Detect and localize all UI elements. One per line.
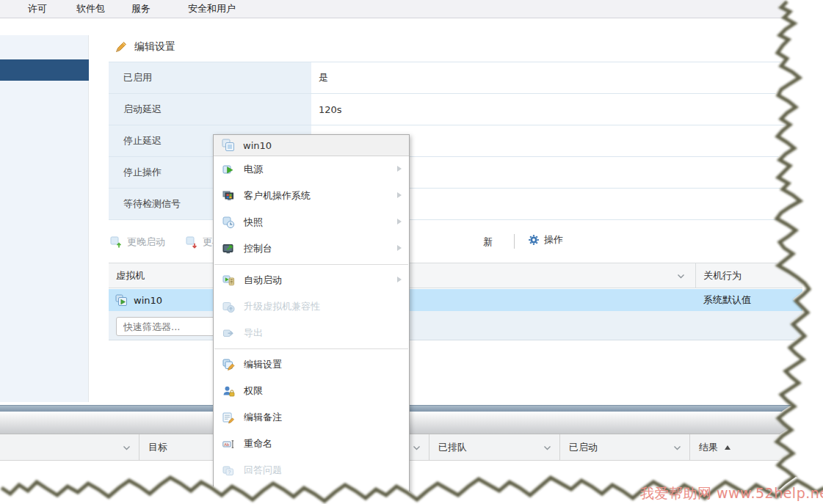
- menu-item-permissions[interactable]: 权限: [214, 378, 409, 404]
- submenu-arrow-icon: [397, 166, 402, 172]
- menu-separator: [214, 348, 408, 349]
- chevron-down-icon[interactable]: [413, 445, 421, 450]
- vm-icon: [222, 139, 235, 152]
- submenu-arrow-icon: [397, 277, 402, 282]
- menubar-item-security-users[interactable]: 安全和用户: [188, 2, 236, 15]
- menu-item-label: 导出: [244, 326, 263, 340]
- menu-item-label: 自动启动: [244, 274, 282, 287]
- start-earlier-icon: [186, 236, 198, 249]
- menu-item-label: 回答问题: [244, 464, 282, 477]
- recent-tasks-pane-header: [0, 412, 823, 434]
- menu-item-label: 编辑设置: [244, 358, 282, 371]
- menubar-item-license[interactable]: 许可: [28, 2, 47, 15]
- actions-button[interactable]: 操作: [528, 233, 563, 246]
- vm-icon: [115, 294, 128, 307]
- setting-value: 是: [311, 62, 802, 93]
- chevron-down-icon[interactable]: [677, 274, 685, 279]
- rename-icon: Ab: [222, 438, 235, 450]
- column-header-task[interactable]: [0, 434, 139, 460]
- menu-item-edit-notes[interactable]: 编辑备注: [214, 404, 409, 431]
- context-menu-title: win10: [214, 135, 409, 156]
- edit-settings-header[interactable]: 编辑设置: [115, 40, 175, 54]
- menu-item-power[interactable]: 电源: [214, 156, 409, 183]
- chevron-down-icon[interactable]: [123, 445, 131, 450]
- column-header-queued[interactable]: 已排队: [429, 434, 560, 460]
- menu-item-label: 电源: [244, 163, 263, 176]
- pane-splitter[interactable]: [0, 405, 823, 412]
- menu-item-autostart[interactable]: 自动启动: [214, 267, 409, 293]
- submenu-arrow-icon: [397, 245, 402, 251]
- column-header-started-label: 已启动: [569, 441, 598, 454]
- column-header-result[interactable]: 结果: [690, 434, 823, 460]
- menu-item-label: 编辑备注: [244, 411, 282, 424]
- pencil-icon: [115, 40, 128, 54]
- menu-item-console[interactable]: 控制台: [214, 235, 409, 262]
- setting-value: 120s: [311, 94, 802, 125]
- watermark-text: 我爱帮助网 www.52help.net: [640, 484, 823, 503]
- context-menu-vm-name: win10: [243, 140, 272, 151]
- console-icon: [222, 243, 235, 255]
- column-header-queued-label: 已排队: [438, 441, 467, 454]
- submenu-arrow-icon: [397, 219, 402, 224]
- autostart-icon: [222, 274, 235, 287]
- menu-item-answer-question: ? 回答问题: [214, 457, 409, 483]
- refresh-button[interactable]: 新: [483, 235, 493, 249]
- menu-item-label: 权限: [244, 384, 263, 398]
- permissions-icon: [222, 385, 235, 398]
- export-icon: [222, 327, 235, 340]
- vm-table-toolbar: 更晚启动 更早启动 新 操作: [0, 231, 823, 253]
- menu-item-label: 快照: [244, 216, 263, 229]
- guest-os-icon: [222, 190, 235, 202]
- setting-label: 已启用: [109, 62, 311, 93]
- actions-label: 操作: [544, 233, 563, 246]
- menu-item-label: 升级虚拟机兼容性: [244, 300, 320, 313]
- start-later-button: 更晚启动: [110, 233, 165, 251]
- top-menubar: 许可 软件包 服务 安全和用户: [0, 0, 823, 18]
- menu-item-edit-settings[interactable]: 编辑设置: [214, 351, 409, 378]
- menu-separator: [214, 264, 408, 265]
- sidebar-selected-item[interactable]: [0, 59, 89, 81]
- tasks-table-header: 目标 已排队 已启动 结果: [0, 434, 823, 461]
- gear-icon: [528, 234, 540, 246]
- edit-settings-icon: [222, 359, 235, 371]
- settings-row: 启动延迟 120s: [109, 94, 802, 125]
- column-header-started[interactable]: 已启动: [560, 434, 690, 460]
- column-header-vm-label: 虚拟机: [116, 269, 145, 282]
- start-later-icon: [110, 236, 123, 249]
- menu-item-upgrade-vm-compatibility: 升级虚拟机兼容性: [214, 293, 409, 320]
- menu-item-rename[interactable]: Ab 重命名: [214, 431, 409, 457]
- menu-item-export: 导出: [214, 320, 409, 346]
- edit-settings-label: 编辑设置: [134, 40, 175, 54]
- power-icon: [222, 164, 235, 176]
- menu-item-label: 重命名: [244, 437, 272, 450]
- vm-context-menu: win10 电源 客户机操作系统: [213, 134, 410, 504]
- chevron-down-icon[interactable]: [673, 445, 681, 450]
- svg-text:?: ?: [228, 469, 231, 474]
- chevron-down-icon[interactable]: [543, 445, 551, 450]
- menu-item-snapshots[interactable]: 快照: [214, 209, 409, 235]
- menubar-item-packages[interactable]: 软件包: [76, 2, 105, 15]
- toolbar-separator: [514, 234, 515, 249]
- column-header-result-label: 结果: [699, 441, 718, 454]
- menu-item-guest-os[interactable]: 客户机操作系统: [214, 183, 409, 209]
- upgrade-vm-icon: [222, 301, 235, 313]
- esxi-host-client-screen: 许可 软件包 服务 安全和用户 编辑设置 已启用 是 启动延迟 120s 停止延…: [0, 0, 823, 504]
- left-sidebar: [0, 35, 89, 402]
- edit-note-icon: [222, 412, 235, 424]
- vm-shutdown-behavior: 系统默认值: [696, 293, 802, 307]
- snapshot-icon: [222, 216, 235, 229]
- column-header-target-label: 目标: [148, 441, 167, 454]
- setting-label: 启动延迟: [109, 94, 311, 125]
- menu-item-label: 客户机操作系统: [244, 189, 311, 202]
- submenu-arrow-icon: [397, 192, 402, 198]
- svg-text:Ab: Ab: [224, 442, 229, 446]
- column-header-shutdown-label: 关机行为: [703, 269, 742, 282]
- start-later-label: 更晚启动: [127, 235, 165, 249]
- menubar-item-services[interactable]: 服务: [131, 2, 151, 15]
- answer-question-icon: ?: [222, 464, 235, 477]
- sort-ascending-icon: [725, 445, 730, 450]
- vm-name: win10: [134, 295, 162, 306]
- menu-item-label: 控制台: [244, 242, 272, 255]
- settings-row: 已启用 是: [109, 62, 802, 94]
- column-header-shutdown-behavior[interactable]: 关机行为: [696, 263, 802, 288]
